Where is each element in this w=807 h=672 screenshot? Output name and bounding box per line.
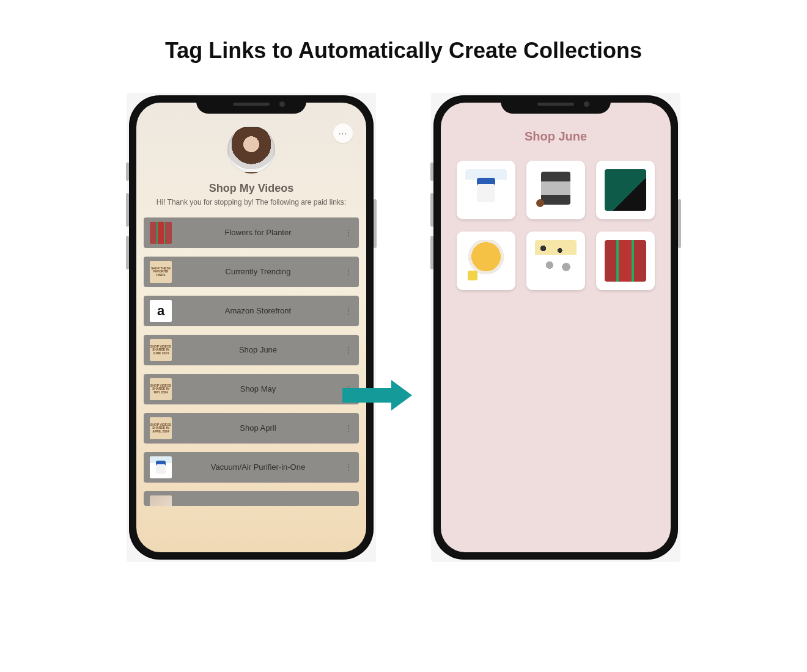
link-row[interactable]: Vacuum/Air Purifier-in-One⋮	[144, 452, 359, 483]
product-image	[605, 240, 646, 281]
left-screen: ··· Shop My Videos Hi! Thank you for sto…	[136, 103, 366, 552]
link-more-icon[interactable]: ⋮	[344, 466, 353, 469]
page-title: Tag Links to Automatically Create Collec…	[0, 0, 807, 64]
link-label: Shop June	[172, 345, 344, 354]
product-image	[535, 240, 576, 281]
link-row-partial[interactable]	[144, 491, 359, 506]
collection-title: Shop June	[441, 130, 671, 144]
notch-speaker	[233, 103, 270, 106]
arrow-icon	[342, 380, 416, 411]
product-image	[605, 169, 646, 210]
product-card[interactable]	[457, 232, 515, 290]
product-image	[535, 169, 576, 210]
product-image	[465, 169, 506, 210]
left-phone-wrap: ··· Shop My Videos Hi! Thank you for sto…	[127, 93, 376, 562]
phone-side-button	[430, 163, 433, 181]
link-row[interactable]: SHOP VIDEOS SHARED IN MAY 2024Shop May⋮	[144, 374, 359, 404]
phone-side-button	[430, 193, 433, 227]
link-more-icon[interactable]: ⋮	[344, 310, 353, 312]
link-thumbnail	[150, 456, 172, 478]
more-button[interactable]: ···	[333, 123, 353, 143]
notch-camera	[584, 101, 589, 107]
phone-side-button	[678, 199, 681, 248]
product-grid	[441, 161, 671, 290]
right-phone-wrap: Shop June	[431, 93, 680, 562]
link-label: Shop April	[172, 423, 344, 433]
link-thumbnail	[150, 495, 172, 506]
link-more-icon[interactable]: ⋮	[344, 271, 353, 273]
link-thumbnail	[150, 222, 172, 244]
links-list: Flowers for Planter⋮SHOP THESE FAVORITE …	[136, 217, 366, 506]
link-more-icon[interactable]: ⋮	[344, 427, 353, 429]
product-card[interactable]	[596, 161, 655, 219]
link-label: Currently Trending	[172, 267, 344, 276]
link-row[interactable]: SHOP VIDEOS SHARED IN JUNE 2024Shop June…	[144, 335, 359, 365]
phone-side-button	[430, 236, 433, 269]
right-screen: Shop June	[441, 103, 671, 552]
product-card[interactable]	[596, 232, 655, 290]
profile-header: ··· Shop My Videos Hi! Thank you for sto…	[136, 103, 366, 208]
phone-side-button	[126, 193, 129, 227]
link-thumbnail: a	[150, 300, 172, 322]
link-label: Amazon Storefront	[172, 306, 344, 315]
notch-camera	[279, 101, 285, 107]
phone-side-button	[374, 199, 377, 248]
link-label: Flowers for Planter	[172, 228, 344, 237]
right-phone-frame: Shop June	[433, 95, 678, 560]
product-card[interactable]	[526, 161, 585, 219]
link-row[interactable]: SHOP THESE FAVORITE FINDSCurrently Trend…	[144, 257, 359, 287]
link-label: Vacuum/Air Purifier-in-One	[172, 462, 344, 472]
link-thumbnail: SHOP VIDEOS SHARED IN JUNE 2024	[150, 339, 172, 361]
link-more-icon[interactable]: ⋮	[344, 349, 353, 351]
product-card[interactable]	[457, 161, 515, 219]
link-row[interactable]: SHOP VIDEOS SHARED IN APRIL 2024Shop Apr…	[144, 413, 359, 444]
phone-side-button	[126, 236, 129, 269]
link-more-icon[interactable]: ⋮	[344, 232, 353, 234]
profile-subtitle: Hi! Thank you for stopping by! The follo…	[136, 197, 366, 208]
notch-speaker	[537, 103, 574, 106]
product-image	[465, 240, 506, 281]
link-thumbnail: SHOP VIDEOS SHARED IN APRIL 2024	[150, 417, 172, 439]
link-row[interactable]: aAmazon Storefront⋮	[144, 296, 359, 326]
phones-row: ··· Shop My Videos Hi! Thank you for sto…	[0, 93, 807, 562]
avatar[interactable]	[227, 126, 275, 173]
product-card[interactable]	[526, 232, 585, 290]
link-thumbnail: SHOP THESE FAVORITE FINDS	[150, 261, 172, 283]
phone-side-button	[126, 163, 129, 181]
link-thumbnail: SHOP VIDEOS SHARED IN MAY 2024	[150, 378, 172, 400]
link-row[interactable]: Flowers for Planter⋮	[144, 217, 359, 248]
profile-title: Shop My Videos	[136, 182, 366, 195]
link-label: Shop May	[172, 384, 344, 393]
left-phone-frame: ··· Shop My Videos Hi! Thank you for sto…	[129, 95, 374, 560]
